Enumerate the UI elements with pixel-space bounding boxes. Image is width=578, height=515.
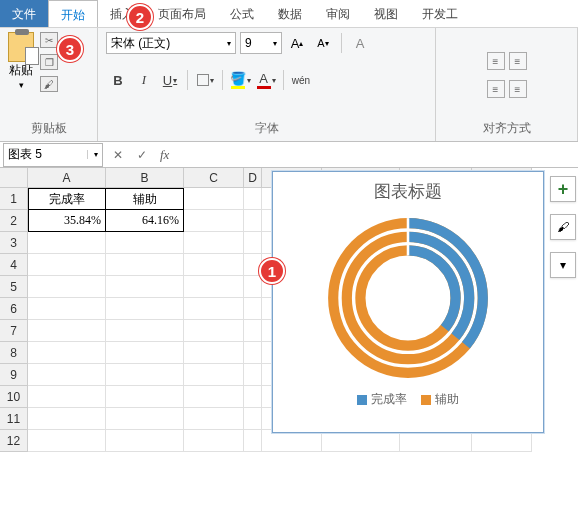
- cell[interactable]: [322, 430, 400, 452]
- cell[interactable]: [28, 298, 106, 320]
- cell[interactable]: [106, 364, 184, 386]
- cell[interactable]: [244, 320, 262, 342]
- cell[interactable]: [244, 276, 262, 298]
- row-header[interactable]: 8: [0, 342, 28, 364]
- cell[interactable]: [28, 276, 106, 298]
- chart-plot-area[interactable]: [273, 207, 543, 389]
- align-mid-button[interactable]: ≡: [509, 52, 527, 70]
- cell[interactable]: 辅助: [106, 188, 184, 210]
- format-painter-button[interactable]: 🖌: [40, 76, 58, 92]
- cell[interactable]: [28, 386, 106, 408]
- cell[interactable]: [184, 408, 244, 430]
- align-left-button[interactable]: ≡: [487, 80, 505, 98]
- cell[interactable]: [28, 232, 106, 254]
- cell[interactable]: [184, 386, 244, 408]
- cell[interactable]: [28, 408, 106, 430]
- cell[interactable]: [28, 364, 106, 386]
- col-header[interactable]: A: [28, 168, 106, 188]
- underline-button[interactable]: U▾: [158, 68, 182, 92]
- cell[interactable]: [28, 320, 106, 342]
- cell[interactable]: [184, 276, 244, 298]
- row-header[interactable]: 4: [0, 254, 28, 276]
- cut-button[interactable]: ✂: [40, 32, 58, 48]
- copy-button[interactable]: ❐: [40, 54, 58, 70]
- cell[interactable]: [184, 210, 244, 232]
- cell[interactable]: 64.16%: [106, 210, 184, 232]
- col-header[interactable]: D: [244, 168, 262, 188]
- enter-formula-button[interactable]: ✓: [130, 143, 154, 167]
- cell[interactable]: [106, 430, 184, 452]
- fill-color-button[interactable]: 🪣▾: [228, 68, 252, 92]
- increase-font-button[interactable]: A▴: [286, 32, 308, 54]
- cell[interactable]: [244, 386, 262, 408]
- paste-button[interactable]: 粘贴 ▾: [8, 32, 34, 90]
- chart-elements-button[interactable]: +: [550, 176, 576, 202]
- cell[interactable]: 完成率: [28, 188, 106, 210]
- cell[interactable]: [106, 232, 184, 254]
- cell[interactable]: [184, 298, 244, 320]
- italic-button[interactable]: I: [132, 68, 156, 92]
- cell[interactable]: [28, 254, 106, 276]
- row-header[interactable]: 1: [0, 188, 28, 210]
- cell[interactable]: [184, 232, 244, 254]
- cell[interactable]: [184, 254, 244, 276]
- cell[interactable]: [184, 430, 244, 452]
- col-header[interactable]: B: [106, 168, 184, 188]
- tab-data[interactable]: 数据: [266, 0, 314, 27]
- cell[interactable]: [184, 342, 244, 364]
- tab-view[interactable]: 视图: [362, 0, 410, 27]
- font-size-select[interactable]: 9▾: [240, 32, 282, 54]
- chart-filter-button[interactable]: ▾: [550, 252, 576, 278]
- cell[interactable]: [262, 430, 322, 452]
- cell[interactable]: [28, 430, 106, 452]
- col-header[interactable]: C: [184, 168, 244, 188]
- tab-layout[interactable]: 页面布局: [146, 0, 218, 27]
- font-name-select[interactable]: 宋体 (正文)▾: [106, 32, 236, 54]
- row-header[interactable]: 11: [0, 408, 28, 430]
- cell[interactable]: [244, 188, 262, 210]
- cell[interactable]: [244, 430, 262, 452]
- cell[interactable]: 35.84%: [28, 210, 106, 232]
- cell[interactable]: [400, 430, 472, 452]
- cell[interactable]: [106, 254, 184, 276]
- cell[interactable]: [106, 342, 184, 364]
- cell[interactable]: [244, 210, 262, 232]
- decrease-font-button[interactable]: A▾: [312, 32, 334, 54]
- cell[interactable]: [28, 342, 106, 364]
- cell[interactable]: [244, 408, 262, 430]
- cell[interactable]: [244, 364, 262, 386]
- tab-developer[interactable]: 开发工: [410, 0, 470, 27]
- cell[interactable]: [244, 342, 262, 364]
- row-header[interactable]: 6: [0, 298, 28, 320]
- cell[interactable]: [106, 320, 184, 342]
- chart-styles-button[interactable]: 🖌: [550, 214, 576, 240]
- cell[interactable]: [244, 298, 262, 320]
- chart-object[interactable]: 图表标题 完成率 辅助: [272, 171, 544, 433]
- border-button[interactable]: ▾: [193, 68, 217, 92]
- bold-button[interactable]: B: [106, 68, 130, 92]
- chart-title[interactable]: 图表标题: [273, 172, 543, 207]
- select-all-corner[interactable]: [0, 168, 28, 188]
- clear-format-button[interactable]: A: [349, 32, 371, 54]
- row-header[interactable]: 2: [0, 210, 28, 232]
- tab-home[interactable]: 开始: [48, 0, 98, 27]
- row-header[interactable]: 12: [0, 430, 28, 452]
- tab-file[interactable]: 文件: [0, 0, 48, 27]
- cell[interactable]: [244, 232, 262, 254]
- row-header[interactable]: 7: [0, 320, 28, 342]
- font-color-button[interactable]: A▾: [254, 68, 278, 92]
- phonetic-button[interactable]: wén: [289, 68, 313, 92]
- row-header[interactable]: 5: [0, 276, 28, 298]
- cell[interactable]: [106, 298, 184, 320]
- cell[interactable]: [184, 364, 244, 386]
- cell[interactable]: [184, 188, 244, 210]
- row-header[interactable]: 9: [0, 364, 28, 386]
- tab-formulas[interactable]: 公式: [218, 0, 266, 27]
- align-top-button[interactable]: ≡: [487, 52, 505, 70]
- cell[interactable]: [106, 386, 184, 408]
- cancel-formula-button[interactable]: ✕: [106, 143, 130, 167]
- cell[interactable]: [472, 430, 532, 452]
- name-box[interactable]: 图表 5▾: [3, 143, 103, 167]
- cell[interactable]: [184, 320, 244, 342]
- cell[interactable]: [106, 408, 184, 430]
